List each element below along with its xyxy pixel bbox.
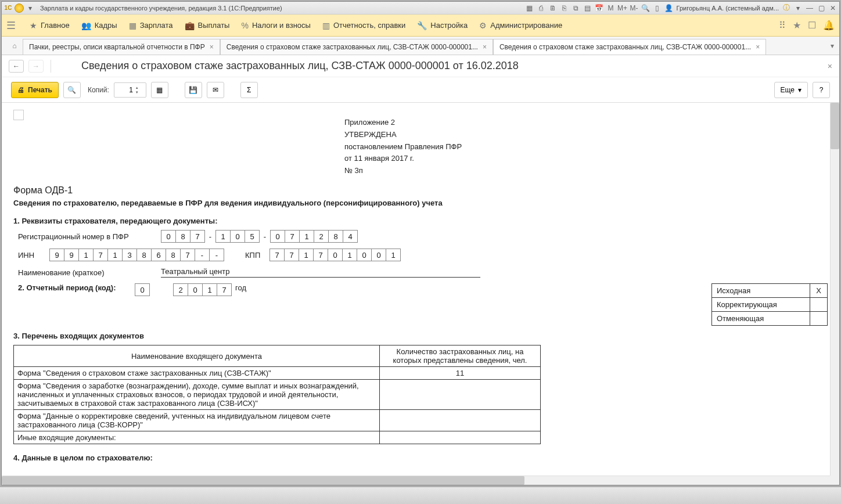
document-body: Приложение 2 УТВЕРЖДЕНА постановлением П… [2,103,839,485]
inn-kpp-row: ИНН 9917138687-- КПП 771701001 [13,249,828,261]
menu-burger-icon[interactable]: ☰ [6,19,16,32]
scrollbar-thumb[interactable] [2,476,524,485]
period-code-cell: 0 [135,283,150,296]
m-minus-icon[interactable]: M- [630,4,638,12]
dash: - [260,232,270,241]
tab-dropdown[interactable]: ▾ [825,37,839,55]
calc2-icon: ▦ [129,21,136,30]
nav-back-button[interactable]: ← [9,60,24,73]
close-window-icon[interactable]: ✕ [829,4,837,12]
help-button[interactable]: ? [813,82,830,98]
menu-item-main[interactable]: ★Главное [30,21,70,30]
titlebar-icon[interactable]: ▦ [526,4,534,12]
name-row: Наименование (краткое) Театральный центр [13,267,828,278]
menu-label: Зарплата [140,21,173,30]
menu-item-kadry[interactable]: 👥Кадры [81,21,117,30]
cell: 7 [269,249,285,261]
star-icon: ★ [30,21,37,30]
type-label: Корректирующая [712,298,810,311]
table-button[interactable]: ▦ [151,82,168,98]
maximize-icon[interactable]: ▢ [817,4,825,12]
info-dropdown-icon[interactable]: ▾ [794,4,802,12]
scrollbar-horizontal[interactable] [2,476,830,485]
menu-item-zarplata[interactable]: ▦Зарплата [129,21,173,30]
name-value: Театральный центр [161,267,480,278]
user-label[interactable]: Григорьянц А.А. (системный адм... [677,5,779,12]
cell: 1 [202,283,217,296]
tab-1[interactable]: Пачки, реестры, описи квартальной отчетн… [23,39,220,55]
print-button[interactable]: 🖨 Печать [11,82,59,98]
clipboard-icon[interactable]: ⎘ [560,4,569,12]
os-taskbar[interactable] [0,487,841,504]
m-icon[interactable]: M [607,4,615,12]
close-icon[interactable]: × [210,43,214,51]
cell: 0 [328,249,343,261]
history-icon[interactable]: ☐ [808,20,816,31]
sigma-button[interactable]: Σ [240,82,258,98]
spinner[interactable]: ▲▼ [135,85,139,95]
menu-label: Налоги и взносы [252,21,311,30]
menu-label: Отчетность, справки [333,21,405,30]
menu-item-otchet[interactable]: ▥Отчетность, справки [322,21,405,30]
doc-icon[interactable]: 🗎 [549,4,557,12]
more-button[interactable]: Еще ▾ [774,82,808,98]
nav-forward-button[interactable]: → [28,60,44,73]
tab-2[interactable]: Сведения о страховом стаже застрахованны… [220,39,493,55]
scrollbar-thumb[interactable] [831,103,839,149]
cell: 8 [136,249,152,261]
zoom-icon[interactable]: 🔍 [642,4,650,12]
home-tab[interactable]: ⌂ [6,37,23,55]
panel-icon[interactable]: ▯ [653,4,662,12]
name-label: Наименование (краткое) [13,268,161,277]
cell: 7 [313,249,328,261]
close-icon[interactable]: × [756,43,760,51]
cell: 6 [151,249,166,261]
cell: 0 [161,230,176,243]
scrollbar-vertical[interactable] [830,103,839,476]
tab-3[interactable]: Сведения о страховом стаже застрахованны… [493,39,766,55]
info-icon[interactable]: ⓘ [782,4,790,12]
reg-row: Регистрационный номер в ПФР 087 - 105 - … [13,230,828,243]
menu-item-nastroika[interactable]: 🔧Настройка [417,21,468,30]
minimize-icon[interactable]: — [806,4,814,12]
document-scroll[interactable]: Приложение 2 УТВЕРЖДЕНА постановлением П… [2,103,839,485]
copies-field[interactable] [117,86,133,94]
main-menu: ☰ ★Главное 👥Кадры ▦Зарплата 💼Выплаты %На… [2,15,839,37]
appendix-block: Приложение 2 УТВЕРЖДЕНА постановлением П… [344,117,828,177]
cell: 7 [217,283,232,296]
table-cell-count: 11 [380,367,541,380]
calendar-icon[interactable]: 📅 [595,4,603,12]
save-button[interactable]: 💾 [185,82,202,98]
cell: 7 [285,230,300,243]
fav-icon[interactable]: ★ [793,20,801,31]
cell: 1 [215,230,231,243]
copies-input[interactable]: ▲▼ [114,82,146,98]
table-cell-count [380,380,541,410]
menu-label: Главное [41,21,70,30]
close-icon[interactable]: × [483,43,487,51]
menu-item-nalogi[interactable]: %Налоги и взносы [241,21,311,30]
menu-item-admin[interactable]: ⚙Администрирование [479,21,562,30]
circle-icon[interactable] [15,3,24,13]
kpp-cells: 771701001 [269,249,401,261]
year-cells: 2017 [173,283,232,296]
cell: 9 [64,249,79,261]
preview-button[interactable]: 🔍 [63,82,81,98]
cell: - [209,249,224,261]
apps-icon[interactable]: ⠿ [779,20,786,31]
kpp-label: КПП [240,251,269,260]
calc-icon[interactable]: ▤ [584,4,592,12]
section-1: 1. Реквизиты страхователя, передающего д… [13,217,828,225]
close-page-button[interactable]: × [828,62,832,71]
cell: 0 [230,230,245,243]
menu-item-vyplaty[interactable]: 💼Выплаты [185,21,230,30]
gear-icon: ⚙ [479,21,487,30]
table-row: Форма "Сведения о страховом стаже застра… [14,367,541,380]
dropdown-icon[interactable]: ▾ [26,4,34,12]
print-icon[interactable]: ⎙ [537,4,545,12]
mail-button[interactable]: ✉ [207,82,224,98]
doc-table: Наименование входящего документа Количес… [13,345,541,444]
copy-icon[interactable]: ⧉ [572,4,580,12]
bell-icon[interactable]: 🔔 [823,20,835,31]
m-plus-icon[interactable]: M+ [619,4,627,12]
